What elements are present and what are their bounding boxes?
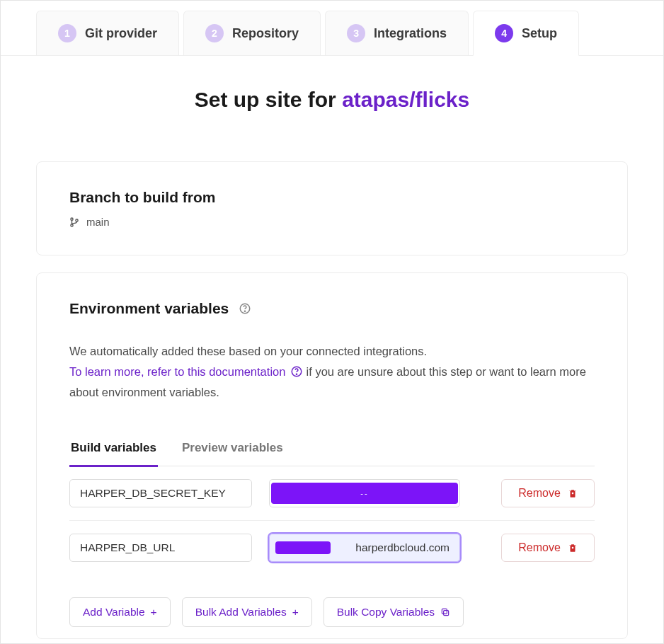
svg-rect-7 [572,492,573,493]
step-number: 2 [205,24,224,42]
help-icon[interactable] [239,302,251,315]
trash-icon [568,488,578,498]
env-var-value-text: harperdbcloud.com [355,541,450,553]
plus-icon: + [292,606,299,619]
step-label: Integrations [374,26,447,41]
redacted-overlay [275,541,331,554]
step-label: Setup [522,26,557,41]
bulk-add-label: Bulk Add Variables [195,606,287,619]
remove-var-button[interactable]: Remove [501,479,595,507]
remove-var-button[interactable]: Remove [501,534,595,562]
plus-icon: + [151,606,157,619]
step-number: 4 [495,24,513,42]
env-var-key-input[interactable] [69,534,252,562]
step-label: Repository [232,26,299,41]
docs-link-text: To learn more, refer to this documentati… [69,365,285,378]
branch-card: Branch to build from main [36,161,628,255]
env-help-text: We automatically added these based on yo… [69,341,595,403]
env-actions: Add Variable + Bulk Add Variables + Bulk… [69,597,595,627]
tab-preview-variables[interactable]: Preview variables [181,434,285,467]
step-number: 1 [58,24,76,42]
env-intro: We automatically added these based on yo… [69,345,427,357]
env-var-key-input[interactable] [69,479,252,507]
step-git-provider[interactable]: 1 Git provider [36,11,179,55]
help-icon [290,365,303,378]
remove-label: Remove [518,541,561,554]
bulk-copy-variables-button[interactable]: Bulk Copy Variables [324,597,464,627]
wizard-stepper: 1 Git provider 2 Repository 3 Integratio… [1,1,663,56]
env-card-title: Environment variables [69,300,595,317]
page-title-prefix: Set up site for [195,88,342,111]
env-vars-card: Environment variables We automatically a… [36,272,628,639]
step-number: 3 [347,24,365,42]
env-card-title-text: Environment variables [69,300,229,317]
svg-rect-8 [572,546,573,548]
step-setup[interactable]: 4 Setup [473,11,579,56]
add-variable-label: Add Variable [83,606,145,619]
svg-point-4 [245,311,246,311]
redacted-overlay [271,483,458,504]
step-integrations[interactable]: 3 Integrations [325,11,469,55]
tab-build-variables[interactable]: Build variables [69,434,158,467]
env-var-row: harperdbcloud.com Remove [69,521,595,575]
step-repository[interactable]: 2 Repository [183,11,321,55]
step-label: Git provider [85,26,157,41]
svg-point-0 [71,218,73,220]
bulk-copy-label: Bulk Copy Variables [337,606,435,619]
bulk-add-variables-button[interactable]: Bulk Add Variables + [182,597,312,627]
svg-point-6 [296,374,297,374]
git-branch-icon [69,217,79,227]
env-var-value-input[interactable]: harperdbcloud.com [269,534,460,562]
page-title: Set up site for atapas/flicks [1,88,663,112]
remove-label: Remove [518,487,561,500]
env-var-row: Remove [69,466,595,521]
docs-link[interactable]: To learn more, refer to this documentati… [69,365,307,378]
branch-card-title: Branch to build from [69,189,595,206]
svg-rect-10 [442,609,447,614]
trash-icon [568,543,578,553]
env-var-value-input[interactable] [269,479,460,507]
page-title-repo: atapas/flicks [342,88,469,111]
env-tabs: Build variables Preview variables [69,434,595,466]
svg-point-2 [76,219,78,221]
add-variable-button[interactable]: Add Variable + [69,597,171,627]
svg-point-1 [71,224,73,226]
branch-name: main [86,216,110,228]
branch-row[interactable]: main [69,216,595,228]
svg-rect-9 [444,610,449,615]
copy-icon [440,607,450,617]
